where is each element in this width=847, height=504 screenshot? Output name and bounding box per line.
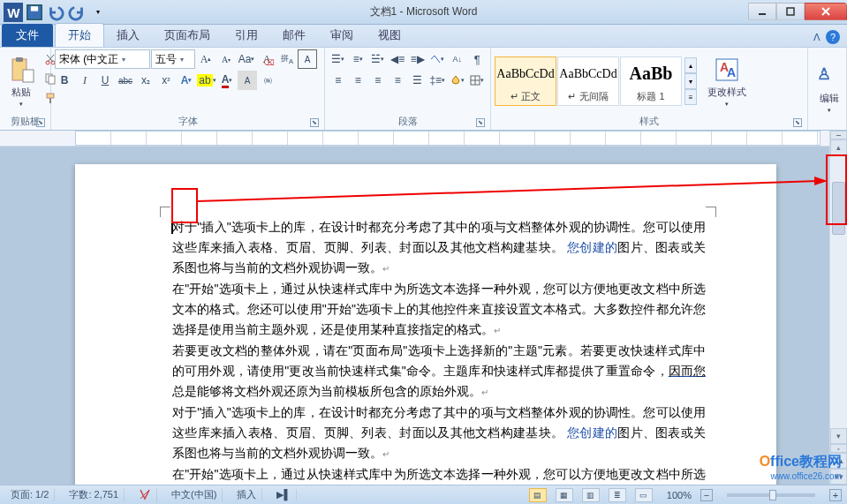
- help-icon[interactable]: ?: [826, 30, 840, 44]
- print-layout-view-button[interactable]: ▤: [529, 488, 547, 502]
- tab-view[interactable]: 视图: [366, 24, 413, 47]
- minimize-ribbon-icon[interactable]: ᐱ: [813, 32, 821, 43]
- paragraph-launcher[interactable]: ⬊: [476, 118, 485, 127]
- clear-format-button[interactable]: A⌫: [257, 49, 276, 69]
- bold-button[interactable]: B: [55, 71, 74, 90]
- styles-down-button[interactable]: ▾: [684, 73, 697, 89]
- fullscreen-view-button[interactable]: ▦: [556, 488, 573, 502]
- maximize-button[interactable]: [776, 3, 805, 20]
- font-launcher[interactable]: ⬊: [310, 118, 319, 127]
- paragraph[interactable]: 在"开始"选项卡上，通过从快速样式库中为所选文本选择一种外观，您可以方便地更改文…: [172, 464, 706, 485]
- grow-font-button[interactable]: A▴: [196, 49, 216, 69]
- style-heading1[interactable]: AaBb标题 1: [620, 56, 682, 106]
- outline-view-button[interactable]: ≣: [609, 488, 626, 502]
- scroll-track[interactable]: [830, 155, 847, 428]
- tab-insert[interactable]: 插入: [104, 24, 152, 47]
- text-effects-button[interactable]: A▾: [177, 71, 196, 90]
- browse-object-button[interactable]: ◦: [830, 444, 847, 453]
- horizontal-ruler[interactable]: [0, 131, 847, 147]
- show-marks-button[interactable]: ¶: [468, 49, 488, 69]
- bullets-button[interactable]: ☰▾: [329, 49, 348, 69]
- change-styles-button[interactable]: AA 更改样式▾: [702, 49, 752, 113]
- tab-review[interactable]: 审阅: [318, 24, 366, 47]
- file-tab[interactable]: 文件: [2, 24, 53, 47]
- tab-references[interactable]: 引用: [223, 24, 270, 47]
- page-status[interactable]: 页面: 1/2: [5, 488, 55, 501]
- increase-indent-button[interactable]: ≡▶: [408, 49, 427, 69]
- line-spacing-button[interactable]: ‡≡▾: [428, 71, 448, 90]
- align-right-button[interactable]: ≡: [368, 71, 388, 90]
- svg-line-19: [431, 56, 435, 59]
- decrease-indent-button[interactable]: ◀≡: [389, 49, 408, 69]
- asian-layout-button[interactable]: ▾: [428, 49, 448, 69]
- font-name-combo[interactable]: 宋体 (中文正▾: [55, 49, 150, 69]
- split-handle[interactable]: ─: [830, 131, 847, 139]
- draft-view-button[interactable]: ▭: [635, 488, 653, 502]
- zoom-out-button[interactable]: −: [700, 489, 713, 501]
- numbering-button[interactable]: ≡▾: [349, 49, 368, 69]
- scroll-thumb[interactable]: [832, 182, 845, 235]
- status-bar: 页面: 1/2 字数: 2,751 中文(中国) 插入 ▶▌ ▤ ▦ ▥ ≣ ▭…: [0, 485, 847, 504]
- editing-button[interactable]: ♙ 编辑▾: [812, 49, 847, 126]
- paragraph[interactable]: 对于"插入"选项卡上的库，在设计时都充分考虑了其中的项与文档整体外观的协调性。您…: [172, 217, 706, 279]
- word-icon[interactable]: W: [4, 3, 23, 22]
- minimize-button[interactable]: [748, 3, 776, 20]
- styles-up-button[interactable]: ▴: [684, 57, 697, 73]
- scroll-up-button[interactable]: ▴: [830, 139, 847, 155]
- align-center-button[interactable]: ≡: [349, 71, 368, 90]
- phonetic-button[interactable]: 拼A: [277, 49, 297, 69]
- change-case-button[interactable]: Aa▾: [237, 49, 256, 69]
- save-icon[interactable]: [25, 3, 44, 22]
- style-nospacing[interactable]: AaBbCcDd↵ 无间隔: [557, 56, 619, 106]
- strike-button[interactable]: abc: [116, 71, 135, 90]
- shrink-font-button[interactable]: A▾: [216, 49, 236, 69]
- paragraph[interactable]: 若要更改文档的整体外观，请在"页面布局"选项卡上选择新的"主题"元素。若要更改快…: [172, 341, 706, 402]
- zoom-in-button[interactable]: +: [829, 489, 842, 501]
- subscript-button[interactable]: x₂: [136, 71, 155, 90]
- justify-button[interactable]: ≡: [389, 71, 408, 90]
- zoom-level[interactable]: 100%: [667, 490, 692, 500]
- window-controls: [748, 3, 847, 22]
- tab-layout[interactable]: 页面布局: [152, 24, 223, 47]
- close-button[interactable]: [805, 3, 847, 20]
- shading-button[interactable]: ▾: [448, 71, 467, 90]
- undo-icon[interactable]: [46, 3, 65, 22]
- language-status[interactable]: 中文(中国): [166, 488, 223, 501]
- zoom-knob[interactable]: [769, 490, 776, 500]
- group-paragraph: ☰▾ ≡▾ ☱▾ ◀≡ ≡▶ ▾ A↓ ¶ ≡ ≡ ≡ ≡ ☰ ‡≡▾ ▾ ▾ …: [325, 48, 491, 130]
- qat-more-icon[interactable]: ▾: [88, 3, 108, 22]
- tab-mailings[interactable]: 邮件: [270, 24, 318, 47]
- vertical-scrollbar[interactable]: ─ ▴ ▾ ◦ ▴▴ ▾▾: [829, 131, 847, 485]
- align-left-button[interactable]: ≡: [329, 71, 348, 90]
- italic-button[interactable]: I: [75, 71, 95, 90]
- zoom-slider[interactable]: [727, 493, 815, 497]
- styles-launcher[interactable]: ⬊: [793, 118, 802, 127]
- distributed-button[interactable]: ☰: [408, 71, 427, 90]
- tab-home[interactable]: 开始: [55, 23, 104, 47]
- paragraph[interactable]: 对于"插入"选项卡上的库，在设计时都充分考虑了其中的项与文档整体外观的协调性。您…: [172, 402, 706, 464]
- paste-button[interactable]: 粘贴 ▾: [4, 49, 39, 113]
- paragraph[interactable]: 在"开始"选项卡上，通过从快速样式库中为所选文本选择一种外观，您可以方便地更改文…: [172, 279, 706, 341]
- superscript-button[interactable]: x²: [156, 71, 176, 90]
- highlight-button[interactable]: ab▾: [197, 71, 216, 90]
- borders-button[interactable]: ▾: [468, 71, 488, 90]
- macro-icon[interactable]: ▶▌: [271, 489, 297, 500]
- char-border-button[interactable]: A: [298, 49, 317, 69]
- scroll-down-button[interactable]: ▾: [830, 428, 847, 444]
- insert-mode[interactable]: 插入: [231, 488, 262, 501]
- char-shading-button[interactable]: A: [238, 71, 257, 90]
- page[interactable]: 对于"插入"选项卡上的库，在设计时都充分考虑了其中的项与文档整体外观的协调性。您…: [75, 164, 776, 485]
- proofing-icon[interactable]: [133, 488, 157, 502]
- web-view-button[interactable]: ▥: [582, 488, 600, 502]
- sort-button[interactable]: A↓: [448, 49, 467, 69]
- clipboard-launcher[interactable]: ⬊: [36, 118, 45, 127]
- style-normal[interactable]: AaBbCcDd↵ 正文: [495, 56, 556, 106]
- enclose-char-button[interactable]: ㈱: [258, 71, 277, 90]
- font-color-button[interactable]: A▾: [217, 71, 237, 90]
- word-count[interactable]: 字数: 2,751: [64, 488, 125, 501]
- multilevel-button[interactable]: ☱▾: [368, 49, 388, 69]
- redo-icon[interactable]: [67, 3, 87, 22]
- underline-button[interactable]: U: [95, 71, 115, 90]
- styles-more-button[interactable]: ≡: [684, 89, 697, 105]
- font-size-combo[interactable]: 五号▾: [151, 49, 195, 69]
